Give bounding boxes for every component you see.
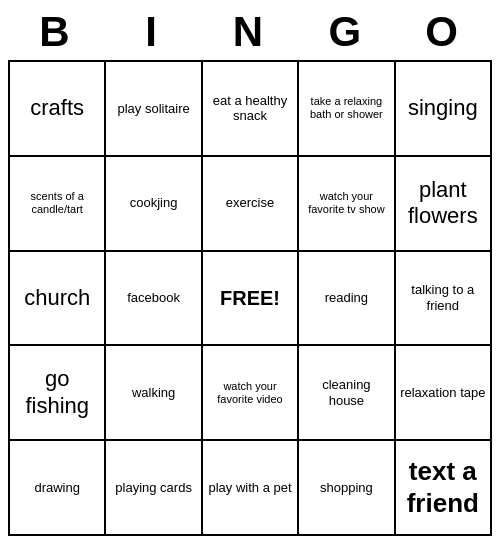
cell-0: crafts [10, 62, 106, 157]
cell-16: walking [106, 346, 202, 441]
letter-o: O [395, 8, 492, 56]
cell-20: drawing [10, 441, 106, 536]
cell-6: cookjing [106, 157, 202, 252]
cell-9: plant flowers [396, 157, 492, 252]
letter-i: I [105, 8, 202, 56]
cell-24: text a friend [396, 441, 492, 536]
cell-1: play solitaire [106, 62, 202, 157]
cell-13: reading [299, 252, 395, 347]
cell-19: relaxation tape [396, 346, 492, 441]
cell-21: playing cards [106, 441, 202, 536]
cell-11: facebook [106, 252, 202, 347]
cell-17: watch your favorite video [203, 346, 299, 441]
cell-23: shopping [299, 441, 395, 536]
cell-22: play with a pet [203, 441, 299, 536]
cell-7: exercise [203, 157, 299, 252]
letter-b: B [8, 8, 105, 56]
cell-8: watch your favorite tv show [299, 157, 395, 252]
bingo-title: B I N G O [8, 8, 492, 56]
cell-2: eat a healthy snack [203, 62, 299, 157]
cell-5: scents of a candle/tart [10, 157, 106, 252]
bingo-grid: crafts play solitaire eat a healthy snac… [8, 60, 492, 536]
cell-18: cleaning house [299, 346, 395, 441]
letter-g: G [298, 8, 395, 56]
cell-4: singing [396, 62, 492, 157]
letter-n: N [202, 8, 299, 56]
cell-12: FREE! [203, 252, 299, 347]
cell-14: talking to a friend [396, 252, 492, 347]
cell-10: church [10, 252, 106, 347]
cell-15: go fishing [10, 346, 106, 441]
cell-3: take a relaxing bath or shower [299, 62, 395, 157]
